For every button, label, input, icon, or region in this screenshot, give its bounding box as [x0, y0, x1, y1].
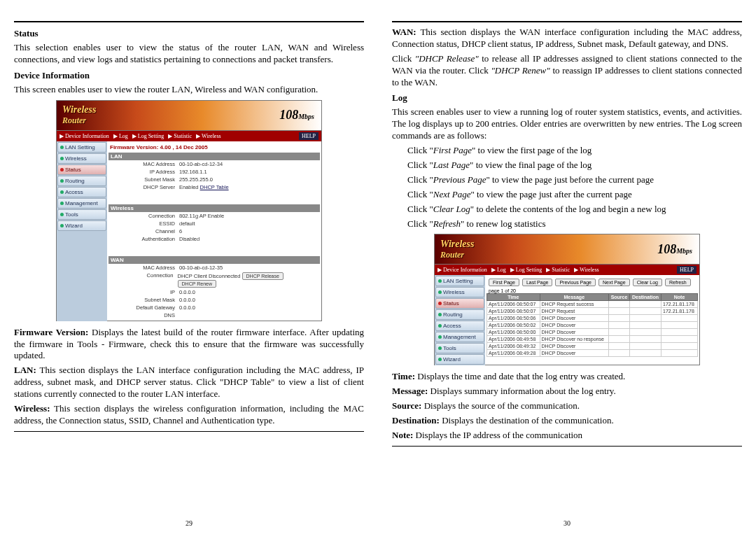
top-rule [392, 21, 742, 22]
sidebar-item-status[interactable]: Status [57, 164, 106, 175]
top-rule [14, 21, 364, 22]
refresh-button[interactable]: Refresh [665, 279, 691, 286]
dhcp-table-link[interactable]: DHCP Table [200, 184, 229, 190]
router-sidebar: LAN Setting Wireless Status Routing Acce… [56, 141, 107, 321]
dhcp-release-button[interactable]: DHCP Release [242, 272, 284, 280]
clear-log-button[interactable]: Clear Log [633, 279, 662, 286]
next-page-button[interactable]: Next Page [598, 279, 630, 286]
sidebar-item-tools[interactable]: Tools [57, 209, 106, 220]
device-info-panel: Firmware Version: 4.00 , 14 Dec 2005 LAN… [107, 141, 322, 321]
status-heading: Status [14, 28, 364, 39]
previous-page-button[interactable]: Previous Page [555, 279, 596, 286]
page-number: 29 [14, 514, 364, 527]
log-heading: Log [392, 92, 742, 104]
dhcp-paragraph: Click "DHCP Release" to release all IP a… [392, 53, 742, 89]
sidebar-item-routing[interactable]: Routing [57, 176, 106, 186]
wireless-paragraph: Wireless: This section displays the wire… [14, 403, 364, 427]
status-text: This selection enables user to view the … [14, 42, 364, 66]
left-column: Status This selection enables user to vi… [14, 21, 364, 527]
help-button[interactable]: HELP [299, 132, 318, 140]
dhcp-renew-button[interactable]: DHCP Renew [178, 280, 216, 288]
router-banner: WirelessRouter 108Mbps [56, 100, 322, 131]
firmware-paragraph: Firmware Version: Displays the latest bu… [14, 327, 364, 363]
last-page-button[interactable]: Last Page [522, 279, 553, 286]
log-table: TimeMessageSourceDestinationNote Apr/11/… [486, 293, 698, 357]
right-column: WAN: This section displays the WAN inter… [392, 21, 742, 527]
sidebar-item-lan[interactable]: LAN Setting [57, 142, 106, 153]
log-panel: First Page Last Page Previous Page Next … [485, 275, 700, 365]
devinfo-text: This screen enables user to view the rou… [14, 84, 364, 96]
devinfo-heading: Device Information [14, 70, 364, 81]
log-screenshot: WirelessRouter 108Mbps ▶ Device Informat… [434, 234, 700, 365]
sidebar-item-management[interactable]: Management [57, 198, 106, 209]
page-number: 30 [392, 514, 742, 527]
device-info-screenshot: WirelessRouter 108Mbps ▶ Device Informat… [56, 100, 322, 321]
breadcrumb: ▶ Device Information ▶ Log ▶ Log Setting… [56, 131, 322, 141]
log-text: This screen enables user to view a runni… [392, 106, 742, 142]
wan-paragraph: WAN: This section displays the WAN inter… [392, 27, 742, 50]
sidebar-item-wireless[interactable]: Wireless [57, 153, 106, 164]
first-page-button[interactable]: First Page [489, 279, 519, 286]
lan-paragraph: LAN: This section displays the LAN inter… [14, 365, 364, 400]
sidebar-item-wizard[interactable]: Wizard [57, 220, 106, 231]
sidebar-item-access[interactable]: Access [57, 187, 106, 197]
